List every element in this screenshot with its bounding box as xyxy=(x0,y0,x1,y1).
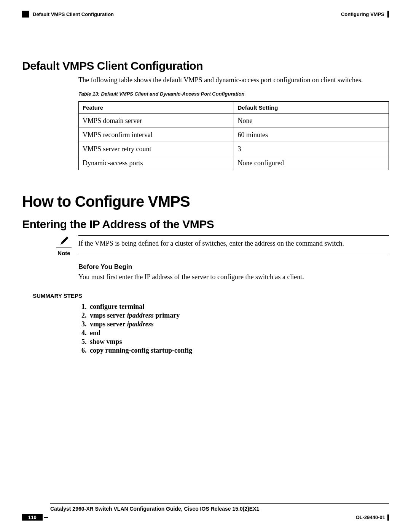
cell-feature: VMPS reconfirm interval xyxy=(79,128,234,142)
table-header-row: Feature Default Setting xyxy=(79,102,389,114)
list-item: copy running-config startup-config xyxy=(88,347,389,355)
cell-value: None configured xyxy=(234,156,389,170)
header-section-label: Default VMPS Client Configuration xyxy=(33,11,114,17)
section1-body: The following table shows the default VM… xyxy=(78,76,389,170)
table-row: VMPS reconfirm interval 60 minutes xyxy=(79,128,389,142)
section-title-default-config: Default VMPS Client Configuration xyxy=(22,59,389,72)
cell-value: None xyxy=(234,114,389,128)
cell-feature: Dynamic-access ports xyxy=(79,156,234,170)
before-you-begin-label: Before You Begin xyxy=(78,263,389,271)
summary-steps-list: configure terminal vmps server ipaddress… xyxy=(78,303,389,355)
note-bottom-rule xyxy=(78,253,389,253)
header-left: Default VMPS Client Configuration xyxy=(22,11,114,18)
th-feature: Feature xyxy=(79,102,234,114)
header-bar-icon xyxy=(387,11,389,18)
svg-rect-0 xyxy=(62,237,68,243)
th-default: Default Setting xyxy=(234,102,389,114)
header-block-icon xyxy=(22,11,29,18)
note-icon-underline xyxy=(56,248,72,248)
footer-short-bar-icon xyxy=(44,517,48,518)
before-you-begin-text: You must first enter the IP address of t… xyxy=(78,273,389,281)
steps-block: configure terminal vmps server ipaddress… xyxy=(78,303,389,355)
summary-steps-label: SUMMARY STEPS xyxy=(33,292,389,299)
cell-feature: VMPS server retry count xyxy=(79,142,234,156)
doc-id: OL-29440-01 xyxy=(356,514,385,520)
list-item: vmps server ipaddress primary xyxy=(88,312,389,320)
footer-vbar-icon xyxy=(387,514,389,521)
note-text: If the VMPS is being defined for a clust… xyxy=(78,240,389,248)
note-top-rule xyxy=(78,235,389,236)
note-label: Note xyxy=(57,250,70,256)
table-caption: Table 13: Default VMPS Client and Dynami… xyxy=(78,91,389,97)
feature-table: Feature Default Setting VMPS domain serv… xyxy=(78,101,389,170)
list-item: end xyxy=(88,329,389,337)
table-row: VMPS domain server None xyxy=(79,114,389,128)
section1-intro: The following table shows the default VM… xyxy=(78,76,389,84)
cell-value: 3 xyxy=(234,142,389,156)
page: Default VMPS Client Configuration Config… xyxy=(0,0,411,532)
table-row: VMPS server retry count 3 xyxy=(79,142,389,156)
footer-bottom-row: 110 OL-29440-01 xyxy=(22,514,389,521)
footer-title-row: Catalyst 2960-XR Switch VLAN Configurati… xyxy=(22,506,389,512)
page-footer: Catalyst 2960-XR Switch VLAN Configurati… xyxy=(22,503,389,521)
cell-feature: VMPS domain server xyxy=(79,114,234,128)
running-header: Default VMPS Client Configuration Config… xyxy=(22,11,389,18)
list-item: configure terminal xyxy=(88,303,389,311)
header-chapter-label: Configuring VMPS xyxy=(341,11,384,17)
list-item: show vmps xyxy=(88,338,389,346)
header-right: Configuring VMPS xyxy=(341,11,389,18)
table-row: Dynamic-access ports None configured xyxy=(79,156,389,170)
footer-book-title: Catalyst 2960-XR Switch VLAN Configurati… xyxy=(50,506,259,512)
note-pencil-icon xyxy=(58,235,70,247)
note-block: Note If the VMPS is being defined for a … xyxy=(56,235,389,256)
before-you-begin-block: Before You Begin You must first enter th… xyxy=(78,263,389,281)
note-icon-column: Note xyxy=(56,235,72,256)
doc-id-wrap: OL-29440-01 xyxy=(356,514,389,521)
page-number: 110 xyxy=(22,514,43,521)
list-item: vmps server ipaddress xyxy=(88,320,389,328)
note-text-column: If the VMPS is being defined for a clust… xyxy=(78,235,389,253)
section-subtitle-entering-ip: Entering the IP Address of the VMPS xyxy=(22,218,389,231)
footer-rule xyxy=(50,503,389,504)
cell-value: 60 minutes xyxy=(234,128,389,142)
section-title-how-to: How to Configure VMPS xyxy=(22,193,389,210)
